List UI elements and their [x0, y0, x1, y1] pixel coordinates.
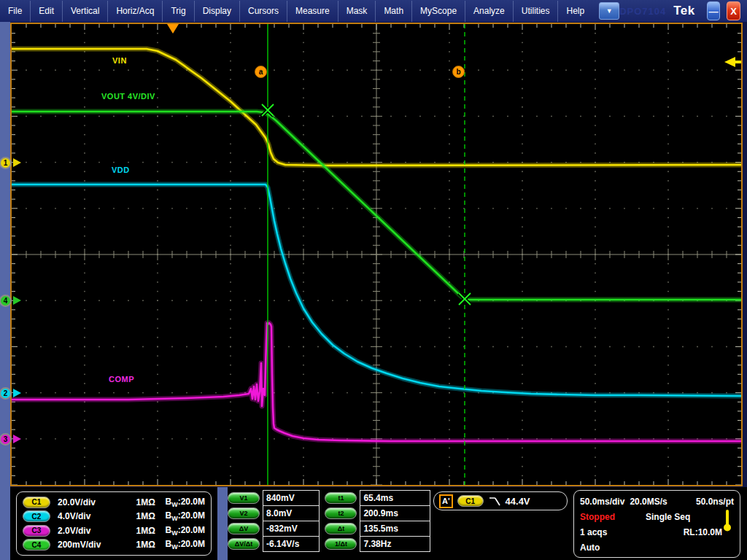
timebase-row-1: 50.0ms/div 20.0MS/s 50.0ns/pt	[580, 494, 734, 509]
minimize-button[interactable]: —	[707, 1, 721, 20]
menu-utilities[interactable]: Utilities	[514, 1, 559, 22]
v1-value: 840mV	[263, 490, 320, 506]
delta-t-badge[interactable]: Δt	[325, 523, 357, 534]
c4-bandwidth: BW:20.0M	[165, 539, 205, 551]
graticule-area[interactable]: VINVOUT 4V/DIVVDDCOMPab1423	[12, 24, 741, 485]
thermometer-icon	[723, 509, 732, 534]
menu-file[interactable]: File	[0, 1, 31, 22]
sample-rate: 20.0MS/s	[630, 497, 667, 507]
left-margin	[0, 22, 10, 560]
c3-impedance: 1MΩ	[136, 526, 166, 536]
close-icon: X	[730, 6, 737, 17]
c2-bandwidth: BW:20.0M	[165, 510, 205, 522]
model-label: DPO7104	[619, 6, 666, 17]
menu-help[interactable]: Help	[558, 1, 592, 22]
menu-mask[interactable]: Mask	[338, 1, 376, 22]
trigger-level-value: 44.4V	[506, 496, 530, 507]
inv-delta-t-value: 7.38Hz	[360, 536, 430, 552]
c2-impedance: 1MΩ	[136, 511, 166, 521]
channel-row-c1: C1 20.0V/div 1MΩ BW:20.0M	[23, 495, 205, 509]
channel-row-c4: C4 200mV/div 1MΩ BW:20.0M	[23, 538, 205, 552]
menu-trig[interactable]: Trig	[163, 1, 194, 22]
minimize-icon: —	[709, 6, 719, 17]
channel-c2-badge[interactable]: C2	[23, 510, 50, 522]
c4-scale[interactable]: 200mV/div	[58, 540, 136, 550]
cursor-row-1: V1 840mV t1 65.4ms	[228, 490, 430, 506]
acquisition-count: 1 acqs	[580, 527, 607, 537]
channel-settings-panel: C1 20.0V/div 1MΩ BW:20.0M C2 4.0V/div 1M…	[16, 491, 212, 556]
delta-t-value: 135.5ms	[360, 521, 430, 537]
dv-dt-value: -6.14V/s	[263, 536, 320, 552]
oscilloscope-screen: File Edit Vertical Horiz/Acq Trig Displa…	[0, 0, 747, 560]
chevron-down-icon: ▼	[606, 7, 613, 15]
channel-4-reference-marker[interactable]: 4	[0, 295, 12, 307]
c3-bandwidth: BW:20.0M	[165, 525, 205, 537]
t1-badge[interactable]: t1	[325, 492, 357, 504]
acquisition-status: Stopped	[580, 512, 637, 522]
t2-badge[interactable]: t2	[325, 508, 357, 519]
cursor-row-3: ΔV -832mV Δt 135.5ms	[228, 521, 430, 537]
channel-2-reference-marker[interactable]: 2	[0, 387, 12, 400]
inv-delta-t-badge[interactable]: 1/Δt	[325, 538, 357, 550]
timebase-row-4: Auto	[580, 540, 734, 555]
c1-bandwidth: BW:20.0M	[165, 497, 205, 508]
menu-cursors[interactable]: Cursors	[240, 1, 287, 22]
tek-logo: Tek	[673, 4, 695, 18]
channel-row-c3: C3 2.0V/div 1MΩ BW:20.0M	[23, 524, 205, 537]
trigger-source-badge[interactable]: C1	[457, 495, 484, 507]
falling-edge-icon	[488, 496, 503, 507]
menu-vertical[interactable]: Vertical	[63, 1, 108, 22]
record-length: RL:10.0M	[684, 527, 722, 537]
trace-label-comp: COMP	[109, 375, 134, 384]
cursor-row-2: V2 8.0mV t2 200.9ms	[228, 505, 430, 521]
trace-label-vout: VOUT 4V/DIV	[101, 92, 155, 101]
menu-bar: File Edit Vertical Horiz/Acq Trig Displa…	[0, 0, 747, 22]
c1-impedance: 1MΩ	[136, 497, 166, 508]
acquisition-mode: Single Seq	[646, 512, 690, 522]
channel-c1-badge[interactable]: C1	[23, 497, 50, 508]
c1-scale[interactable]: 20.0V/div	[58, 497, 136, 508]
delta-v-badge[interactable]: ΔV	[228, 523, 260, 534]
channel-c4-badge[interactable]: C4	[23, 539, 50, 551]
timebase-scale[interactable]: 50.0ms/div	[580, 497, 624, 507]
channel-c3-badge[interactable]: C3	[23, 525, 50, 537]
delta-v-value: -832mV	[263, 521, 320, 537]
cursor-readout-panel: V1 840mV t1 65.4ms V2 8.0mV t2 200.9ms Δ…	[228, 490, 430, 559]
menu-edit[interactable]: Edit	[31, 1, 63, 22]
cursor-a-handle[interactable]: a	[255, 66, 267, 78]
cursor-b-handle[interactable]: b	[452, 66, 465, 78]
sample-resolution: 50.0ns/pt	[696, 497, 734, 507]
v2-badge[interactable]: V2	[228, 508, 260, 519]
waveform-display-frame: VINVOUT 4V/DIVVDDCOMPab1423	[10, 23, 743, 486]
trigger-mode: Auto	[580, 542, 600, 553]
c2-scale[interactable]: 4.0V/div	[58, 511, 136, 521]
trace-label-vdd: VDD	[112, 166, 130, 174]
channel-1-reference-marker[interactable]: 1	[0, 157, 12, 169]
timebase-row-3: 1 acqs RL:10.0M	[580, 524, 734, 540]
menu-horiz-acq[interactable]: Horiz/Acq	[108, 1, 163, 22]
channel-3-reference-marker[interactable]: 3	[0, 433, 12, 446]
panel-separator	[217, 487, 228, 560]
trigger-a-label: A'	[439, 494, 453, 508]
trigger-panel[interactable]: A' C1 44.4V	[433, 491, 568, 510]
menu-dropdown-button[interactable]: ▼	[599, 2, 619, 20]
menu-measure[interactable]: Measure	[287, 1, 338, 22]
c4-impedance: 1MΩ	[136, 540, 166, 550]
trace-label-vin: VIN	[112, 56, 127, 65]
cursor-row-4: ΔV/Δt -6.14V/s 1/Δt 7.38Hz	[228, 536, 430, 552]
dv-dt-badge[interactable]: ΔV/Δt	[228, 538, 260, 550]
t2-value: 200.9ms	[360, 505, 430, 521]
timebase-panel: 50.0ms/div 20.0MS/s 50.0ns/pt Stopped Si…	[573, 490, 740, 558]
timebase-row-2: Stopped Single Seq	[580, 509, 734, 524]
v2-value: 8.0mV	[263, 505, 320, 521]
c3-scale[interactable]: 2.0V/div	[58, 526, 136, 536]
v1-badge[interactable]: V1	[228, 492, 260, 504]
menu-display[interactable]: Display	[195, 1, 240, 22]
menu-analyze[interactable]: Analyze	[465, 1, 514, 22]
menu-math[interactable]: Math	[376, 1, 412, 22]
menu-myscope[interactable]: MyScope	[412, 1, 465, 22]
close-button[interactable]: X	[727, 1, 740, 20]
t1-value: 65.4ms	[360, 490, 430, 506]
channel-row-c2: C2 4.0V/div 1MΩ BW:20.0M	[23, 510, 205, 524]
